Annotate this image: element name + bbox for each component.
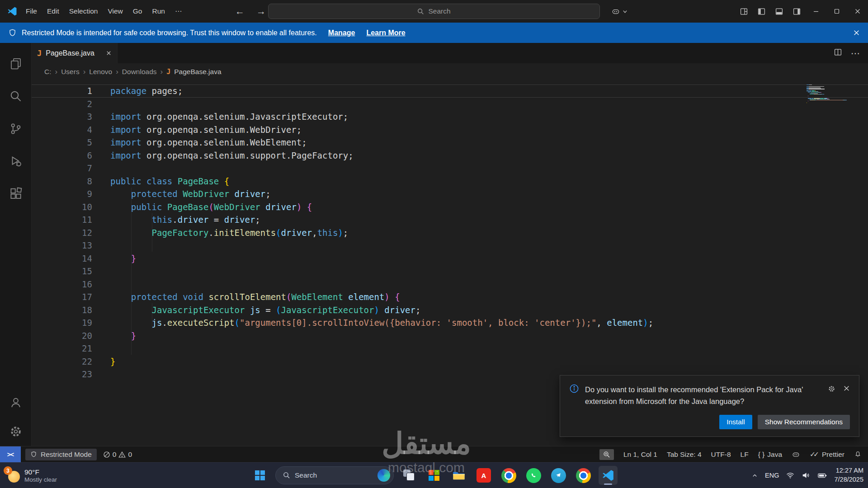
menu-more-icon[interactable]: ⋯ bbox=[170, 5, 187, 17]
remote-indicator[interactable]: >< bbox=[0, 446, 21, 462]
notification-settings-gear-icon[interactable] bbox=[828, 385, 835, 393]
start-button[interactable] bbox=[250, 466, 269, 485]
minimap[interactable] bbox=[807, 84, 854, 104]
toggle-primary-sidebar-icon[interactable] bbox=[753, 0, 770, 23]
search-sidebar-icon[interactable] bbox=[0, 80, 32, 113]
notification-close-icon[interactable] bbox=[843, 385, 850, 392]
line-number[interactable]: 10 bbox=[32, 201, 92, 214]
menu-file[interactable]: File bbox=[21, 5, 42, 17]
zoom-status[interactable] bbox=[599, 449, 614, 460]
line-number[interactable]: 23 bbox=[32, 368, 92, 381]
line-number[interactable]: 4 bbox=[32, 123, 92, 136]
code-line[interactable]: 15 bbox=[32, 265, 868, 278]
encoding-status[interactable]: UTF-8 bbox=[711, 450, 731, 459]
line-number[interactable]: 6 bbox=[32, 149, 92, 162]
language-mode-status[interactable]: { } Java bbox=[758, 450, 782, 459]
tab-size-status[interactable]: Tab Size: 4 bbox=[667, 450, 702, 459]
line-number[interactable]: 15 bbox=[32, 265, 92, 278]
line-number[interactable]: 17 bbox=[32, 291, 92, 304]
code-line[interactable]: 10 public PageBase(WebDriver driver) { bbox=[32, 201, 868, 214]
line-number[interactable]: 11 bbox=[32, 213, 92, 226]
code-line[interactable]: 21 bbox=[32, 342, 868, 355]
split-editor-icon[interactable] bbox=[834, 48, 842, 58]
minimize-button[interactable] bbox=[806, 0, 826, 23]
taskbar-search[interactable]: Search bbox=[275, 466, 394, 484]
back-icon[interactable]: ← bbox=[235, 6, 245, 17]
code-line[interactable]: 13 bbox=[32, 239, 868, 252]
line-number[interactable]: 12 bbox=[32, 226, 92, 239]
maximize-button[interactable] bbox=[826, 0, 847, 23]
task-view-icon[interactable] bbox=[400, 466, 419, 485]
line-number[interactable]: 7 bbox=[32, 162, 92, 175]
code-line[interactable]: 3import org.openqa.selenium.JavascriptEx… bbox=[32, 110, 868, 123]
toggle-panel-icon[interactable] bbox=[770, 0, 788, 23]
microsoft-365-icon[interactable] bbox=[425, 466, 443, 485]
volume-icon[interactable] bbox=[802, 471, 811, 480]
show-recommendations-button[interactable]: Show Recommendations bbox=[758, 415, 850, 429]
copilot-menu[interactable] bbox=[611, 0, 627, 23]
line-number[interactable]: 5 bbox=[32, 136, 92, 149]
formatter-status[interactable]: ✓✓ Prettier bbox=[810, 450, 844, 459]
code-line[interactable]: 17 protected void scrollToElement(WebEle… bbox=[32, 291, 868, 304]
breadcrumb-item[interactable]: C: bbox=[44, 68, 52, 76]
more-actions-icon[interactable]: ⋯ bbox=[851, 48, 860, 59]
code-line[interactable]: 1package pages; bbox=[32, 84, 868, 98]
cursor-position-status[interactable]: Ln 1, Col 1 bbox=[623, 450, 657, 459]
breadcrumb-item[interactable]: Downloads bbox=[122, 68, 157, 76]
code-line[interactable]: 20 } bbox=[32, 329, 868, 343]
line-number[interactable]: 13 bbox=[32, 239, 92, 252]
learn-more-link[interactable]: Learn More bbox=[366, 29, 405, 37]
notifications-bell-icon[interactable] bbox=[854, 450, 862, 458]
menu-go[interactable]: Go bbox=[128, 5, 147, 17]
breadcrumb-item[interactable]: Lenovo bbox=[89, 68, 112, 76]
forward-icon[interactable]: → bbox=[256, 6, 266, 17]
problems-status[interactable]: 0 0 bbox=[103, 450, 132, 459]
accounts-icon[interactable] bbox=[0, 388, 32, 417]
manage-link[interactable]: Manage bbox=[328, 29, 355, 37]
breadcrumb-item[interactable]: Users bbox=[61, 68, 79, 76]
language-indicator[interactable]: ENG bbox=[765, 472, 779, 479]
eol-status[interactable]: LF bbox=[741, 450, 749, 459]
line-number[interactable]: 21 bbox=[32, 342, 92, 355]
whatsapp-icon[interactable] bbox=[524, 466, 543, 485]
explorer-icon[interactable] bbox=[0, 47, 32, 80]
weather-widget[interactable]: 3 90°F Mostly clear bbox=[5, 468, 57, 483]
code-line[interactable]: 22} bbox=[32, 355, 868, 368]
banner-close-icon[interactable] bbox=[853, 29, 860, 36]
source-control-icon[interactable] bbox=[0, 113, 32, 145]
acrobat-icon[interactable]: A bbox=[474, 466, 493, 485]
code-line[interactable]: 8public class PageBase { bbox=[32, 175, 868, 188]
line-number[interactable]: 2 bbox=[32, 98, 92, 111]
menu-edit[interactable]: Edit bbox=[42, 5, 64, 17]
code-line[interactable]: 12 PageFactory.initElements(driver,this)… bbox=[32, 226, 868, 239]
copilot-status[interactable] bbox=[792, 450, 800, 459]
chrome-icon[interactable] bbox=[499, 466, 518, 485]
line-number[interactable]: 20 bbox=[32, 329, 92, 343]
settings-gear-icon[interactable] bbox=[0, 417, 32, 446]
menu-view[interactable]: View bbox=[103, 5, 127, 17]
line-number[interactable]: 22 bbox=[32, 355, 92, 368]
chrome-2-icon[interactable] bbox=[574, 466, 593, 485]
code-line[interactable]: 11 this.driver = driver; bbox=[32, 213, 868, 226]
battery-icon[interactable] bbox=[817, 470, 827, 480]
install-button[interactable]: Install bbox=[719, 415, 752, 429]
line-number[interactable]: 8 bbox=[32, 175, 92, 188]
code-line[interactable]: 18 JavascriptExecutor js = (JavascriptEx… bbox=[32, 304, 868, 317]
code-area[interactable]: 1package pages;23import org.openqa.selen… bbox=[32, 84, 868, 381]
line-number[interactable]: 3 bbox=[32, 110, 92, 123]
run-debug-icon[interactable] bbox=[0, 145, 32, 178]
extensions-icon[interactable] bbox=[0, 178, 32, 210]
code-line[interactable]: 5import org.openqa.selenium.WebElement; bbox=[32, 136, 868, 149]
code-line[interactable]: 19 js.executeScript("arguments[0].scroll… bbox=[32, 316, 868, 329]
close-window-button[interactable] bbox=[847, 0, 868, 23]
code-line[interactable]: 14 } bbox=[32, 252, 868, 265]
breadcrumb-file[interactable]: PageBase.java bbox=[174, 68, 221, 76]
code-line[interactable]: 6import org.openqa.selenium.support.Page… bbox=[32, 149, 868, 162]
code-line[interactable]: 7 bbox=[32, 162, 868, 175]
code-line[interactable]: 9 protected WebDriver driver; bbox=[32, 188, 868, 201]
line-number[interactable]: 9 bbox=[32, 188, 92, 201]
line-number[interactable]: 16 bbox=[32, 278, 92, 291]
tab-close-icon[interactable] bbox=[106, 50, 112, 56]
tab-pagebase-java[interactable]: J PageBase.java bbox=[32, 43, 118, 63]
vscode-taskbar-icon[interactable] bbox=[599, 466, 618, 485]
